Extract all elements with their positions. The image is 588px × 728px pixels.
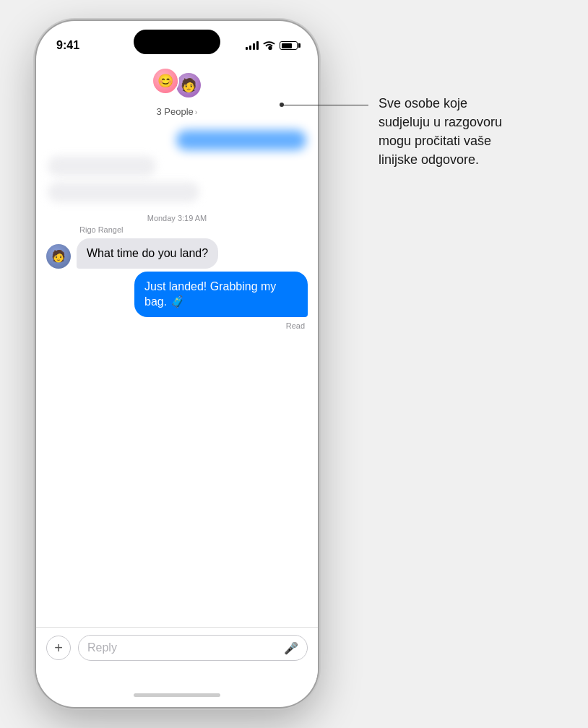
plus-icon: + xyxy=(54,641,63,655)
avatar-1-face: 😊 xyxy=(153,69,178,93)
plus-button[interactable]: + xyxy=(46,636,71,660)
blurred-bubble-incoming-1 xyxy=(48,156,156,176)
wifi-icon xyxy=(263,41,275,50)
avatar-2-face: 🧑 xyxy=(176,73,201,98)
contact-avatar-inner: 🧑 xyxy=(46,244,71,269)
signal-bar-2 xyxy=(249,46,251,50)
sender-name: Rigo Rangel xyxy=(46,225,308,234)
message-timestamp: Monday 3:19 AM xyxy=(36,208,318,225)
messages-section: Rigo Rangel 🧑 What time do you land? Jus… xyxy=(36,225,318,330)
home-bar xyxy=(134,693,220,697)
blurred-bubble-incoming-2 xyxy=(48,182,199,202)
signal-bars-icon xyxy=(246,41,259,50)
annotation-text: Sve osobe kojesudjeluju u razgovorumogu … xyxy=(379,94,574,169)
battery-fill xyxy=(282,43,292,48)
blurred-bubble-outgoing-1 xyxy=(176,130,306,150)
group-name[interactable]: 3 People › xyxy=(157,106,198,117)
phone-device: 9:41 xyxy=(36,21,318,707)
input-area: + Reply 🎤 xyxy=(36,627,318,682)
reply-placeholder: Reply xyxy=(87,641,284,654)
message-row-outgoing: Just landed! Grabbing my bag. 🧳 xyxy=(46,272,308,317)
chevron-right-icon: › xyxy=(195,108,198,116)
arrow-dot xyxy=(280,103,284,107)
dynamic-island xyxy=(134,30,220,54)
chat-header: 😊 🧑 3 People › xyxy=(36,60,318,124)
signal-bar-1 xyxy=(246,47,248,50)
bubble-outgoing[interactable]: Just landed! Grabbing my bag. 🧳 xyxy=(134,272,308,317)
status-time: 9:41 xyxy=(56,39,79,52)
signal-bar-4 xyxy=(256,41,259,50)
avatars-group[interactable]: 😊 🧑 xyxy=(152,67,202,103)
avatar-2: 🧑 xyxy=(175,72,202,99)
contact-avatar: 🧑 xyxy=(46,244,71,269)
scene: 9:41 xyxy=(0,0,588,728)
mic-icon[interactable]: 🎤 xyxy=(284,641,298,655)
bubble-incoming[interactable]: What time do you land? xyxy=(77,238,218,269)
chat-area: 😊 🧑 3 People › Monday 3:19 AM xyxy=(36,60,318,627)
home-indicator xyxy=(36,682,318,707)
avatar-1: 😊 xyxy=(152,67,179,95)
status-icons xyxy=(246,41,298,50)
blurred-messages-top xyxy=(36,124,318,208)
reply-input[interactable]: Reply 🎤 xyxy=(78,635,308,661)
read-status: Read xyxy=(46,321,308,330)
message-row-incoming: 🧑 What time do you land? xyxy=(46,238,308,269)
signal-bar-3 xyxy=(253,43,255,50)
arrow-line xyxy=(282,105,368,105)
status-bar: 9:41 xyxy=(36,21,318,60)
group-name-label: 3 People xyxy=(157,106,194,117)
annotation-area: Sve osobe kojesudjeluju u razgovorumogu … xyxy=(379,94,574,169)
battery-icon xyxy=(280,41,298,50)
